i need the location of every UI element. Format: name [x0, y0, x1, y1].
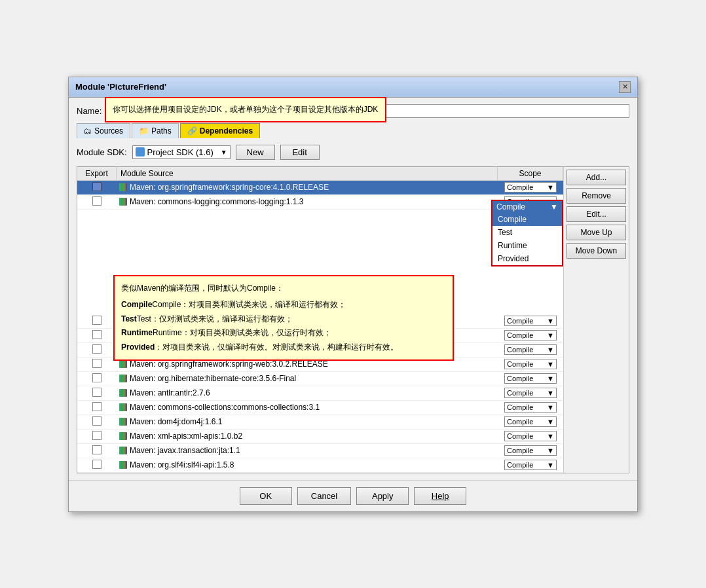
- table-row[interactable]: Maven: org.slf4i:slf4i-api:1.5.8 Compile…: [77, 458, 563, 473]
- scope-arrow-icon: ▼: [547, 360, 554, 368]
- row-checkbox[interactable]: [77, 460, 117, 471]
- scope-popup-header: Compile ▼: [492, 201, 562, 213]
- row-scope[interactable]: Compile▼: [498, 359, 563, 369]
- row-scope[interactable]: Compile▼: [498, 316, 563, 326]
- row-checkbox[interactable]: [77, 416, 117, 428]
- close-button[interactable]: ✕: [619, 81, 631, 93]
- row-scope[interactable]: Compile▼: [498, 330, 563, 340]
- scope-dropdown[interactable]: Compile▼: [504, 460, 557, 470]
- scope-option-compile[interactable]: Compile: [492, 213, 562, 226]
- help-button[interactable]: Help: [414, 487, 466, 505]
- row-scope[interactable]: Compile▼: [498, 416, 563, 427]
- maven-icon: [119, 183, 127, 191]
- table-row[interactable]: Maven: commons-collections:commons-colle…: [77, 401, 563, 415]
- apply-button[interactable]: Apply: [356, 487, 409, 505]
- scope-option-test[interactable]: Test: [492, 226, 562, 239]
- maven-icon: [119, 389, 127, 397]
- table-row[interactable]: Maven: dom4j:dom4j:1.6.1 Compile▼: [77, 415, 563, 430]
- row-checkbox[interactable]: [77, 359, 117, 370]
- row-scope[interactable]: Compile▼: [498, 431, 563, 441]
- maven-icon: [119, 360, 127, 368]
- scope-dropdown[interactable]: Compile▼: [504, 359, 557, 369]
- scope-popup-selected: Compile: [496, 202, 525, 211]
- row-checkbox[interactable]: [77, 316, 117, 327]
- scope-dropdown[interactable]: Compile▼: [504, 402, 557, 413]
- scope-arrow-icon: ▼: [547, 418, 554, 426]
- scope-dropdown[interactable]: Compile▼: [504, 344, 557, 355]
- row-checkbox[interactable]: [77, 182, 117, 193]
- right-buttons: Add... Remove Edit... Move Up Move Down: [563, 167, 629, 473]
- table-row[interactable]: Maven: antlr:antlr:2.7.6 Compile▼: [77, 386, 563, 401]
- list-area: Export Module Source Scope Maven: org.sp…: [77, 167, 563, 473]
- scope-tooltip-line5: Provided：对项目类来说，仅编译时有效。对测试类来说，构建和运行时有效。: [121, 340, 446, 355]
- scope-dropdown[interactable]: Compile▼: [504, 431, 557, 441]
- scope-dropdown[interactable]: Compile▼: [504, 416, 557, 427]
- table-row[interactable]: Maven: commons-logging:commons-logging:1…: [77, 195, 563, 210]
- scope-dropdown[interactable]: Compile▼: [504, 330, 557, 340]
- sdk-dropdown[interactable]: Project SDK (1.6) ▼: [132, 145, 231, 159]
- edit-sdk-button[interactable]: Edit: [280, 145, 320, 160]
- scope-popup-arrow: ▼: [550, 202, 558, 211]
- help-label: Help: [432, 491, 449, 501]
- tab-dependencies[interactable]: 🔗 Dependencies: [180, 123, 260, 138]
- ok-button[interactable]: OK: [240, 487, 292, 505]
- row-checkbox[interactable]: [77, 431, 117, 442]
- row-checkbox[interactable]: [77, 445, 117, 456]
- row-scope[interactable]: Compile▼: [498, 402, 563, 413]
- maven-icon: [119, 403, 127, 411]
- row-scope[interactable]: Compile▼: [498, 445, 563, 456]
- scope-arrow-icon: ▼: [547, 432, 554, 440]
- cancel-button[interactable]: Cancel: [297, 487, 351, 505]
- table-row[interactable]: Maven: javax.transaction:jta:1.1 Compile…: [77, 444, 563, 458]
- scope-arrow-icon: ▼: [547, 346, 554, 354]
- row-checkbox[interactable]: [77, 330, 117, 341]
- tabs-row: 🗂 Sources 📁 Paths 🔗 Dependencies: [77, 123, 629, 138]
- tab-paths[interactable]: 📁 Paths: [132, 123, 179, 138]
- scope-arrow-icon: ▼: [547, 317, 554, 325]
- row-scope[interactable]: Compile▼: [498, 344, 563, 355]
- row-checkbox[interactable]: [77, 344, 117, 356]
- scope-tooltip-line2: CompileCompile：对项目类和测试类来说，编译和运行都有效；: [121, 298, 446, 312]
- row-checkbox[interactable]: [77, 373, 117, 384]
- scope-arrow-icon: ▼: [547, 461, 554, 469]
- tab-sources-label: Sources: [94, 126, 123, 136]
- row-name: Maven: org.hibernate:hibernate-core:3.5.…: [117, 373, 498, 384]
- row-name: Maven: commons-logging:commons-logging:1…: [117, 196, 498, 208]
- move-up-button[interactable]: Move Up: [567, 225, 626, 240]
- footer: OK Cancel Apply Help: [69, 480, 637, 511]
- scope-dropdown[interactable]: Compile▼: [504, 388, 557, 398]
- tab-sources[interactable]: 🗂 Sources: [77, 123, 130, 138]
- scope-dropdown[interactable]: Compile▼: [504, 445, 557, 456]
- sdk-row: Module SDK: Project SDK (1.6) ▼ New Edit: [77, 145, 629, 160]
- scope-arrow-icon: ▼: [547, 403, 554, 411]
- scope-dropdown-selected[interactable]: Compile ▼: [504, 182, 557, 193]
- new-button[interactable]: New: [236, 145, 275, 160]
- scope-option-runtime[interactable]: Runtime: [492, 239, 562, 252]
- row-checkbox[interactable]: [77, 388, 117, 399]
- sdk-tooltip: 你可以选择使用项目设定的JDK，或者单独为这个子项目设定其他版本的JDK: [105, 97, 386, 122]
- add-button[interactable]: Add...: [567, 170, 626, 185]
- table-row[interactable]: Maven: org.springframework:spring-core:4…: [77, 181, 563, 195]
- row-scope[interactable]: Compile▼: [498, 388, 563, 398]
- table-row[interactable]: Maven: xml-apis:xml-apis:1.0.b2 Compile▼: [77, 430, 563, 444]
- sdk-tooltip-text: 你可以选择使用项目设定的JDK，或者单独为这个子项目设定其他版本的JDK: [113, 105, 378, 114]
- edit-button[interactable]: Edit...: [567, 206, 626, 222]
- table-row[interactable]: Maven: org.hibernate:hibernate-core:3.5.…: [77, 372, 563, 386]
- scope-dropdown[interactable]: Compile▼: [504, 373, 557, 384]
- row-name: Maven: org.springframework:spring-core:4…: [117, 181, 498, 193]
- row-scope[interactable]: Compile▼: [498, 460, 563, 470]
- remove-button[interactable]: Remove: [567, 188, 626, 204]
- sources-icon: 🗂: [84, 126, 92, 136]
- scope-option-provided[interactable]: Provided: [492, 252, 562, 265]
- maven-icon: [119, 447, 127, 454]
- row-name: Maven: javax.transaction:jta:1.1: [117, 445, 498, 456]
- row-checkbox[interactable]: [77, 196, 117, 208]
- row-scope[interactable]: Compile▼: [498, 373, 563, 384]
- scope-dropdown[interactable]: Compile▼: [504, 316, 557, 326]
- sdk-value: Project SDK (1.6): [147, 147, 214, 157]
- row-checkbox[interactable]: [77, 402, 117, 413]
- scope-tooltip-line1: 类似Maven的编译范围，同时默认为Compile：: [121, 282, 446, 296]
- row-scope[interactable]: Compile ▼: [498, 182, 563, 193]
- dependencies-icon: 🔗: [187, 126, 197, 136]
- move-down-button[interactable]: Move Down: [567, 243, 626, 259]
